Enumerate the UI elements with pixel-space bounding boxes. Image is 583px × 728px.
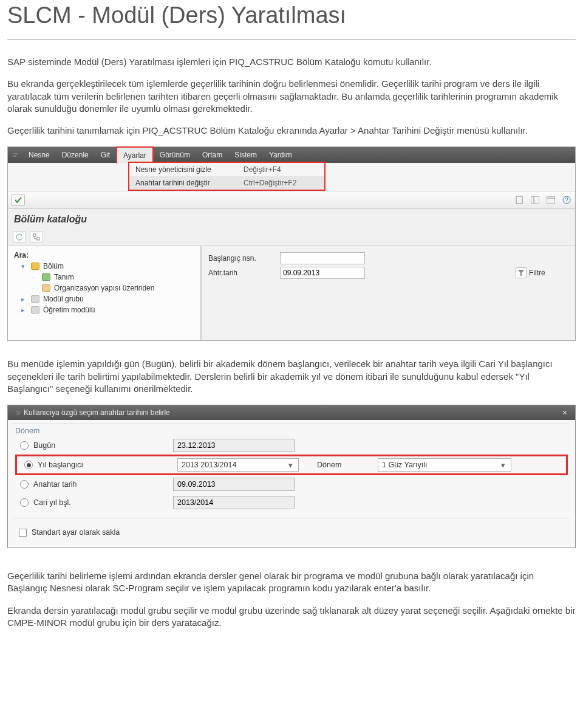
grid-icon [31,295,39,303]
radio-cari-yil[interactable] [20,498,29,507]
tree-node-label: Bölüm [43,262,64,270]
svg-rect-7 [33,234,36,236]
sap-body: Ara: ▾ Bölüm · Tanım · Organ [8,246,575,340]
navigation-tree: Ara: ▾ Bölüm · Tanım · Organ [8,246,202,340]
grid-icon [31,306,39,314]
standard-toolbar: ? [8,191,575,209]
sap-screen-title: Bölüm kataloğu [8,209,575,228]
ayarlar-dropdown: Nesne yöneticisini gizle Değiştir+F4 Ana… [128,162,326,191]
dropdown-item-hide-object-manager[interactable]: Nesne yöneticisini gizle Değiştir+F4 [129,163,324,176]
dropdown-item-shortcut: Ctrl+Değiştir+F2 [239,179,324,187]
dropdown-item-change-key-date[interactable]: Anahtar tarihini değiştir Ctrl+Değiştir+… [129,176,324,190]
tree-node-org-yapisi[interactable]: · Organizasyon yapısı üzerinden [32,283,197,294]
filter-label: Filtre [529,269,545,277]
close-icon[interactable]: × [559,408,570,417]
bullet-icon: · [32,273,38,281]
chevron-down-icon: ▾ [499,461,507,470]
svg-rect-0 [516,196,522,204]
search-label: Ara: [10,250,197,261]
chevron-down-icon: ▾ [286,461,295,470]
save-default-row: Standart ayar olarak sakla [8,523,575,541]
tree-node-modul-grubu[interactable]: ▸ Modül grubu [21,294,197,304]
paragraph-after-2: Ekranda dersin yaratılacağı modül grubu … [7,605,576,630]
filter-icon[interactable] [516,267,527,278]
tree-node-label: Öğretim modülü [43,306,95,314]
baslangic-nesnesi-label: Başlangıç nsn. [208,254,275,263]
accept-icon[interactable] [12,194,25,206]
leaf-icon [42,273,50,281]
radio-bugun[interactable] [20,441,29,450]
help-icon[interactable]: ? [562,195,571,205]
radio-anahtar-tarih[interactable] [20,480,29,489]
menubar: ☞ Nesne Düzenle Git Ayarlar Görünüm Orta… [8,147,575,163]
paragraph-between: Bu menüde işlemin yapıldığı gün (Bugün),… [7,358,576,395]
anahtar-tarih-label: Ahtr.tarih [208,269,275,277]
sap-screenshot-dialog: ☞ Kullanıcıya özgü seçim anahtar tarihin… [7,405,576,548]
menu-gorunum[interactable]: Görünüm [154,147,196,163]
window-icon[interactable] [546,195,556,205]
layout-icon[interactable] [530,195,540,205]
stack-icon [42,284,50,292]
anahtar-tarih-input[interactable] [280,267,365,279]
dialog-section-donem: Dönem Bugün Yıl başlangıcı 2013 2013/201… [13,424,570,518]
svg-marker-11 [518,270,524,276]
tree-node-ogretim-modulu[interactable]: ▸ Öğretim modülü [21,304,197,315]
baslangic-nesnesi-input[interactable] [280,252,365,264]
yil-select-value: 2013 2013/2014 [182,461,236,469]
chevron-right-icon: ▸ [21,306,27,314]
option-anahtar-tarih-row: Anahtar tarih [13,475,570,493]
radio-yil-baslangici-label: Yıl başlangıcı [38,461,177,469]
menu-ayarlar[interactable]: Ayarlar [116,146,154,163]
sub-toolbar [8,228,575,246]
form-pane: Başlangıç nsn. Ahtr.tarih Filtre [202,246,575,340]
intro-paragraph-1: SAP sisteminde Modül (Ders) Yaratılması … [7,56,576,68]
donem-label: Dönem [299,461,378,469]
save-default-checkbox[interactable] [19,529,27,537]
radio-cari-yil-label: Cari yıl bşl. [33,498,173,507]
donem-select-value: 1 Güz Yarıyılı [382,461,428,469]
bugun-date-field [173,439,295,452]
tree-node-label: Tanım [54,273,74,281]
donem-select[interactable]: 1 Güz Yarıyılı ▾ [378,458,511,472]
option-yil-baslangici-row: Yıl başlangıcı 2013 2013/2014 ▾ Dönem 1 … [15,455,568,475]
option-cari-yil-row: Cari yıl bşl. [13,493,570,512]
section-label: Dönem [13,424,570,436]
paragraph-after-1: Geçerlilik tarihi belirleme işlemi ardın… [7,570,576,595]
option-bugun-row: Bugün [13,436,570,455]
tree-node-tanim[interactable]: · Tanım [32,272,197,283]
refresh-icon[interactable] [13,231,26,243]
radio-yil-baslangici[interactable] [24,461,33,469]
intro-paragraph-3: Geçerlilik tarihini tanımlamak için PIQ_… [7,125,576,137]
folder-icon [31,263,39,270]
page-title: SLCM - Modül (Ders) Yaratılması [7,0,576,35]
intro-paragraph-2: Bu ekranda gerçekleştirilecek tüm işleml… [7,78,576,115]
dropdown-item-label: Anahtar tarihini değiştir [129,179,239,187]
page-icon[interactable] [514,195,524,205]
menu-yardim[interactable]: Yardım [263,147,298,163]
menu-nesne[interactable]: Nesne [22,147,56,163]
svg-text:?: ? [565,197,568,204]
menu-ortam[interactable]: Ortam [196,147,228,163]
tree-node-label: Modül grubu [43,295,84,303]
chevron-down-icon: ▾ [21,263,27,270]
menu-duzenle[interactable]: Düzenle [56,147,95,163]
menu-corner-icon: ☞ [8,151,22,159]
tree-node-label: Organizasyon yapısı üzerinden [54,284,154,292]
tree-toggle-icon[interactable] [30,231,43,243]
divider [7,39,576,40]
svg-rect-8 [37,238,39,240]
svg-rect-1 [531,196,539,204]
dialog-icon: ☞ [13,408,24,417]
menu-sistem[interactable]: Sistem [228,147,263,163]
anahtar-tarih-field [173,478,295,491]
dialog-body: Dönem Bugün Yıl başlangıcı 2013 2013/201… [8,420,575,548]
dropdown-item-shortcut: Değiştir+F4 [239,165,324,174]
radio-bugun-label: Bugün [33,441,173,450]
radio-anahtar-tarih-label: Anahtar tarih [33,480,173,489]
svg-rect-3 [547,196,555,204]
cari-yil-field [173,496,295,509]
menu-git[interactable]: Git [95,147,116,163]
yil-select[interactable]: 2013 2013/2014 ▾ [177,458,299,472]
tree-node-bolum[interactable]: ▾ Bölüm [21,261,197,272]
dialog-titlebar: ☞ Kullanıcıya özgü seçim anahtar tarihin… [8,405,575,420]
